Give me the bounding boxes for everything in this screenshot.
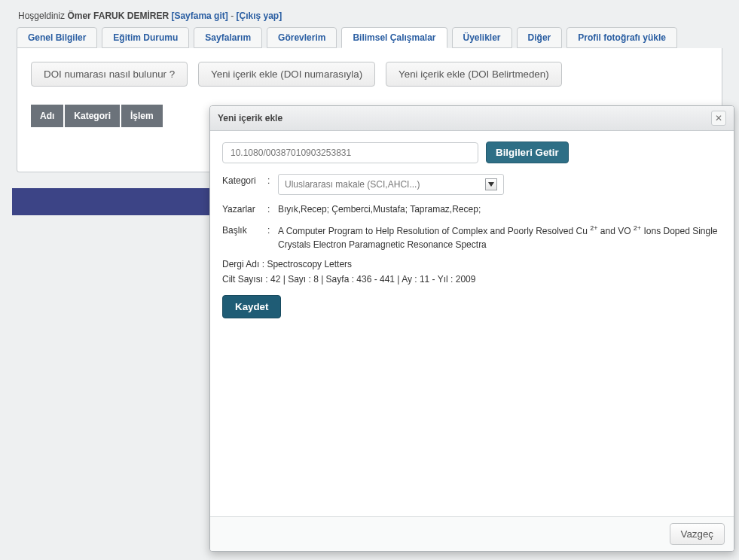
doi-input[interactable]	[222, 142, 478, 163]
chevron-down-icon	[485, 178, 497, 190]
cancel-button[interactable]: Vazgeç	[670, 523, 725, 545]
yazarlar-value: Bıyık,Recep; Çemberci,Mustafa; Tapramaz,…	[278, 202, 722, 216]
welcome-bar: Hoşgeldiniz Ömer FARUK DEMİRER [Sayfama …	[0, 0, 739, 27]
yazarlar-row: Yazarlar : Bıyık,Recep; Çemberci,Mustafa…	[222, 202, 722, 216]
modal-title: Yeni içerik ekle	[218, 113, 282, 123]
tab-bar: Genel Bilgiler Eğitim Durumu Sayfalarım …	[0, 27, 739, 48]
new-content-doi-button[interactable]: Yeni içerik ekle (DOI numarasıyla)	[198, 62, 375, 87]
user-name: Ömer FARUK DEMİRER	[67, 11, 169, 21]
baslik-value: A Computer Program to Help Resolution of…	[278, 224, 722, 251]
col-adi: Adı	[31, 105, 63, 127]
tab-egitim[interactable]: Eğitim Durumu	[102, 27, 189, 48]
tab-profil-foto[interactable]: Profil fotoğrafı yükle	[566, 27, 677, 48]
dergi-value: Spectroscopy Letters	[267, 259, 352, 269]
new-content-nodoi-button[interactable]: Yeni içerik ekle (DOI Belirtmeden)	[386, 62, 562, 87]
tab-uyelikler[interactable]: Üyelikler	[452, 27, 512, 48]
tab-gorevlerim[interactable]: Görevlerim	[267, 27, 337, 48]
svg-marker-0	[488, 182, 494, 187]
tab-sayfalarim[interactable]: Sayfalarım	[194, 27, 262, 48]
kategori-label: Kategori	[222, 174, 263, 187]
col-kategori: Kategori	[65, 105, 120, 127]
tab-diger[interactable]: Diğer	[517, 27, 563, 48]
modal-titlebar: Yeni içerik ekle ✕	[210, 106, 734, 131]
modal-footer: Vazgeç	[210, 516, 734, 551]
new-content-modal: Yeni içerik ekle ✕ Bilgileri Getir Kateg…	[209, 105, 734, 552]
close-button[interactable]: ✕	[711, 111, 726, 126]
kategori-select[interactable]: Uluslararası makale (SCI,AHCI...)	[278, 174, 504, 195]
doi-row: Bilgileri Getir	[222, 142, 722, 163]
kategori-value: Uluslararası makale (SCI,AHCI...)	[285, 178, 420, 191]
tab-bilimsel[interactable]: Bilimsel Çalışmalar	[341, 27, 447, 48]
dergi-label: Dergi Adı	[222, 259, 259, 269]
doi-help-button[interactable]: DOI numarası nasıl bulunur ?	[31, 62, 188, 87]
kategori-row: Kategori : Uluslararası makale (SCI,AHCI…	[222, 174, 722, 195]
cilt-line: Cilt Sayısı : 42 | Sayı : 8 | Sayfa : 43…	[222, 274, 722, 285]
tab-genel[interactable]: Genel Bilgiler	[17, 27, 97, 48]
dergi-row: Dergi Adı : Spectroscopy Letters	[222, 259, 722, 269]
welcome-text: Hoşgeldiniz	[18, 11, 65, 21]
link-logout[interactable]: [Çıkış yap]	[236, 11, 282, 21]
yazarlar-label: Yazarlar	[222, 202, 263, 216]
close-icon: ✕	[715, 113, 722, 123]
baslik-row: Başlık : A Computer Program to Help Reso…	[222, 224, 722, 251]
fetch-info-button[interactable]: Bilgileri Getir	[486, 142, 569, 163]
baslik-label: Başlık	[222, 224, 263, 237]
action-buttons: DOI numarası nasıl bulunur ? Yeni içerik…	[31, 62, 708, 87]
col-islem: İşlem	[121, 105, 163, 127]
save-button[interactable]: Kaydet	[222, 295, 281, 318]
link-my-page[interactable]: [Sayfama git]	[171, 11, 228, 21]
modal-body: Bilgileri Getir Kategori : Uluslararası …	[210, 131, 734, 516]
